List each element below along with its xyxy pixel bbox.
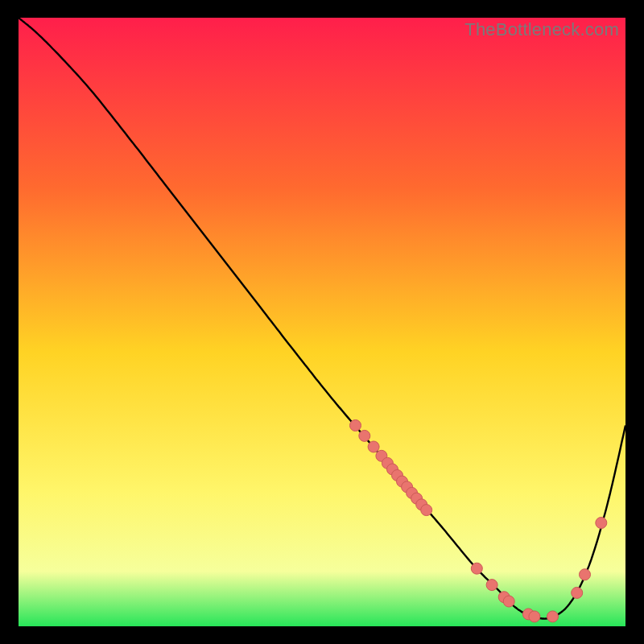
data-marker xyxy=(529,611,540,622)
chart-frame: TheBottleneck.com xyxy=(19,18,625,626)
data-marker xyxy=(486,580,497,591)
chart-plot xyxy=(19,18,625,626)
data-marker xyxy=(572,587,583,598)
data-marker xyxy=(359,430,370,441)
data-marker xyxy=(547,611,559,622)
data-marker xyxy=(471,563,482,574)
data-marker xyxy=(580,569,591,580)
data-marker xyxy=(503,596,514,607)
data-marker xyxy=(350,420,361,431)
data-marker xyxy=(368,441,379,452)
watermark-text: TheBottleneck.com xyxy=(464,19,619,40)
data-marker xyxy=(421,505,432,516)
data-marker xyxy=(596,518,607,529)
chart-background xyxy=(19,18,625,626)
